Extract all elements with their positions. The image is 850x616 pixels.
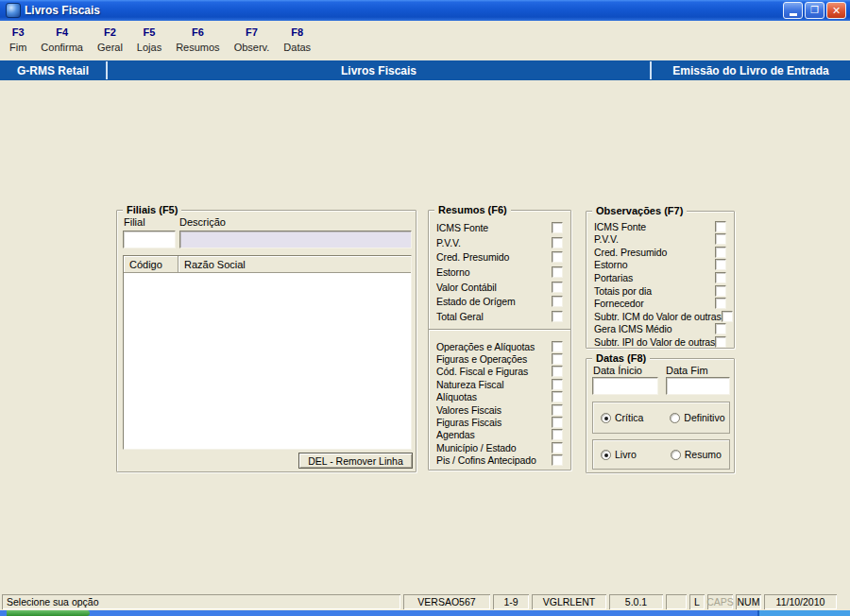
checkbox-row: Estado de Orígem (429, 294, 570, 309)
fkey-label: F2 (104, 26, 116, 39)
radio-option-resumo[interactable]: Resumo (671, 449, 722, 460)
status-counter: 1-9 (493, 594, 529, 609)
fkey-label: F6 (192, 26, 204, 39)
observacoes-checkbox-list: ICMS FonteP.V.V.Cred. PresumidoEstornoPo… (586, 220, 734, 348)
checkbox[interactable] (715, 272, 726, 283)
window-title: Livros Fiscais (25, 4, 783, 17)
start-button-edge[interactable] (7, 610, 90, 616)
data-fim-input[interactable] (666, 377, 730, 395)
checkbox-label: Totais por dia (594, 285, 715, 297)
checkbox[interactable] (715, 259, 726, 270)
checkbox[interactable] (552, 404, 563, 416)
checkbox-label: Município / Estado (436, 442, 552, 453)
checkbox[interactable] (715, 336, 726, 348)
checkbox[interactable] (552, 454, 563, 466)
toolbar-item-f4-confirma[interactable]: F4 Confirma (41, 26, 83, 54)
status-date: 11/10/2010 (764, 594, 837, 609)
radio-label: Livro (615, 449, 637, 460)
checkbox[interactable] (715, 298, 726, 309)
checkbox[interactable] (715, 221, 726, 232)
radio-option-definitivo[interactable]: Definitivo (670, 412, 724, 423)
header-screen-title: Emissão do Livro de Entrada (652, 60, 850, 80)
taskbar-edge[interactable] (0, 610, 850, 616)
checkbox-row: Valor Contábil (429, 280, 570, 295)
fkey-action: Resumos (176, 41, 219, 54)
radio-option-livro[interactable]: Livro (601, 449, 637, 460)
filiais-table[interactable]: Código Razão Social (123, 255, 412, 450)
checkbox[interactable] (552, 282, 563, 293)
fkey-label: F3 (12, 26, 25, 39)
column-header-razao-social[interactable]: Razão Social (178, 256, 411, 272)
system-tray-edge[interactable] (757, 610, 850, 616)
checkbox[interactable] (552, 379, 563, 390)
fkey-action: Observ. (234, 41, 270, 54)
status-message: Selecione sua opção (2, 594, 400, 609)
status-bar: Selecione sua opção VERSAO567 1-9 VGLRLE… (0, 593, 850, 610)
toolbar-item-f3-fim[interactable]: F3 Fim (9, 26, 26, 54)
checkbox-label: Figuras Fiscais (436, 417, 552, 428)
fkey-action: Fim (9, 41, 26, 54)
checkbox-row: Agendas (429, 429, 570, 441)
filial-label: Filial (124, 216, 145, 228)
checkbox[interactable] (715, 285, 726, 297)
radio-icon (671, 450, 681, 460)
checkbox[interactable] (552, 237, 563, 248)
checkbox-label: Gera ICMS Médio (594, 323, 715, 334)
checkbox-row: ICMS Fonte (586, 220, 734, 233)
checkbox-label: Alíquotas (436, 391, 552, 402)
checkbox[interactable] (552, 353, 563, 365)
minimize-button[interactable] (783, 2, 803, 19)
checkbox[interactable] (715, 323, 726, 334)
checkbox[interactable] (552, 429, 563, 440)
data-inicio-label: Data Ínicio (593, 365, 642, 376)
fkey-label: F8 (291, 26, 303, 39)
checkbox-row: Município / Estado (429, 441, 570, 453)
restore-button[interactable]: ❐ (805, 2, 824, 19)
checkbox[interactable] (552, 341, 563, 352)
app-icon (6, 3, 21, 18)
checkbox[interactable] (552, 442, 563, 453)
checkbox-row: Valores Fiscais (429, 403, 570, 416)
toolbar-item-f8-datas[interactable]: F8 Datas (283, 26, 311, 54)
checkbox[interactable] (715, 247, 726, 258)
datas-group-title: Datas (F8) (592, 351, 650, 365)
titlebar[interactable]: Livros Fiscais ❐ ✕ (0, 0, 850, 21)
checkbox-row: Total Geral (429, 309, 570, 324)
data-inicio-input[interactable] (592, 377, 658, 395)
checkbox[interactable] (552, 251, 563, 263)
filiais-group-title: Filiais (F5) (123, 203, 181, 216)
checkbox[interactable] (722, 311, 733, 322)
filial-input[interactable] (123, 231, 176, 248)
critica-definitivo-group: Crítica Definitivo (592, 402, 730, 434)
checkbox-label: P.V.V. (436, 237, 552, 248)
close-icon: ✕ (832, 6, 841, 16)
column-header-codigo[interactable]: Código (124, 256, 178, 272)
toolbar-item-f2-geral[interactable]: F2 Geral (97, 26, 123, 54)
radio-option-critica[interactable]: Crítica (601, 412, 643, 423)
radio-icon (601, 450, 611, 460)
toolbar-item-f7-observ[interactable]: F7 Observ. (234, 26, 270, 54)
toolbar-item-f5-lojas[interactable]: F5 Lojas (137, 26, 162, 54)
close-button[interactable]: ✕ (826, 2, 846, 19)
remove-line-button[interactable]: DEL - Remover Linha (298, 453, 413, 469)
radio-label: Crítica (615, 412, 643, 423)
checkbox[interactable] (552, 417, 563, 428)
checkbox-row: Alíquotas (429, 391, 570, 403)
toolbar-item-f6-resumos[interactable]: F6 Resumos (176, 26, 219, 54)
fkey-action: Lojas (137, 41, 162, 54)
checkbox[interactable] (552, 266, 563, 278)
checkbox-row: Gera ICMS Médio (586, 322, 734, 335)
checkbox[interactable] (552, 296, 563, 307)
checkbox[interactable] (552, 391, 563, 402)
checkbox-row: P.V.V. (429, 235, 570, 250)
checkbox-label: Agendas (436, 429, 552, 440)
checkbox[interactable] (552, 311, 563, 322)
function-key-toolbar: F3 Fim F4 Confirma F2 Geral F5 Lojas F6 … (0, 21, 850, 60)
radio-icon (670, 413, 680, 423)
checkbox[interactable] (552, 366, 563, 377)
checkbox-label: Total Geral (436, 311, 552, 322)
checkbox[interactable] (715, 233, 726, 245)
checkbox-row: Portarias (586, 271, 734, 284)
fkey-action: Confirma (41, 41, 83, 54)
checkbox[interactable] (552, 222, 563, 233)
